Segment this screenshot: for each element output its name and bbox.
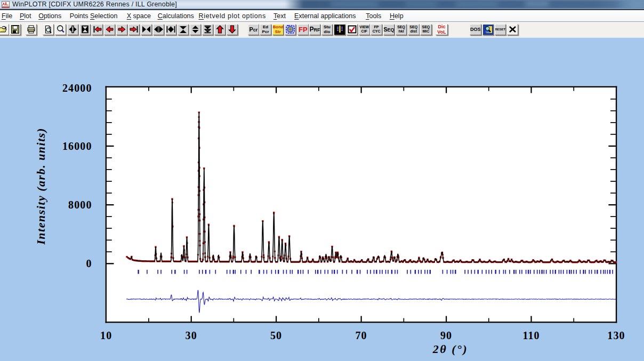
svg-text:30: 30 bbox=[186, 330, 197, 341]
svg-text:70: 70 bbox=[355, 330, 367, 341]
svg-text:110: 110 bbox=[522, 330, 540, 341]
svg-text:90: 90 bbox=[440, 330, 452, 341]
svg-text:10: 10 bbox=[100, 330, 112, 341]
svg-text:2θ (°): 2θ (°) bbox=[432, 342, 468, 356]
svg-text:50: 50 bbox=[270, 330, 282, 341]
svg-text:0: 0 bbox=[86, 258, 92, 269]
svg-text:130: 130 bbox=[607, 330, 625, 341]
svg-text:16000: 16000 bbox=[62, 140, 92, 152]
svg-text:8000: 8000 bbox=[68, 199, 92, 211]
svg-text:24000: 24000 bbox=[62, 82, 92, 94]
svg-text:Intensity (arb. units): Intensity (arb. units) bbox=[34, 127, 47, 245]
